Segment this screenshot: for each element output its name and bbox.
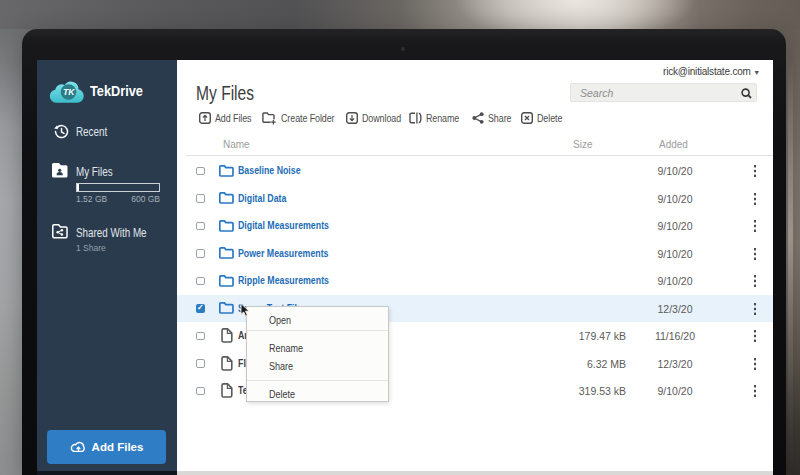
svg-text:TK: TK [63,87,75,97]
